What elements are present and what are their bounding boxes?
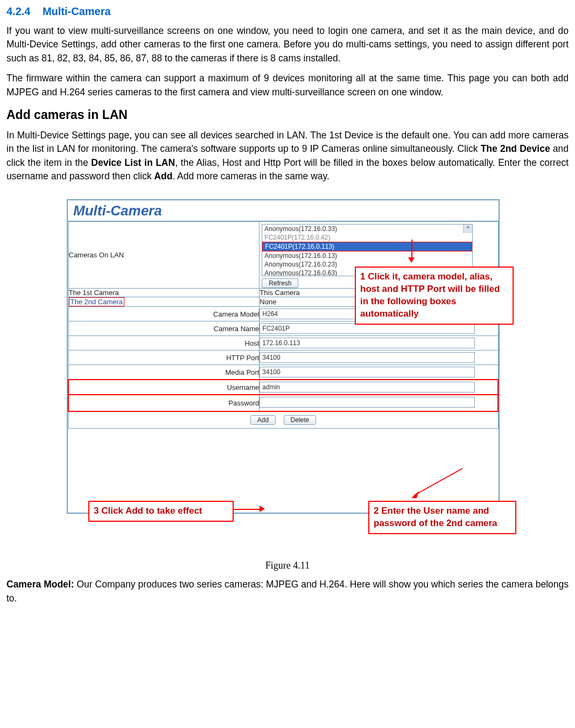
panel-title: Multi-Camera [68,200,499,221]
paragraph-3: In Multi-Device Settings page, you can s… [6,129,569,184]
row-password: Password [68,395,498,411]
arrow-line [231,509,261,510]
subheading-add-lan: Add cameras in LAN [6,108,569,122]
callout-1: 1 Click it, camera model, alias, host an… [355,267,514,325]
media-port-input[interactable]: 34100 [260,367,475,377]
paragraph-4: Camera Model: Our Company produces two s… [6,578,569,605]
label-host: Host [68,336,260,351]
p3-bold-2: Device List in LAN [91,157,175,168]
refresh-button[interactable]: Refresh [262,278,298,288]
row-media-port: Media Port 34100 [68,365,498,380]
label-2nd-camera[interactable]: The 2nd Camera [68,297,260,307]
camera-model-text: Our Company produces two series cameras:… [6,579,569,603]
arrow-diagonal-icon [411,468,465,501]
label-cameras-on-lan: Cameras On LAN [68,222,260,289]
2nd-camera-link[interactable]: The 2nd Camera [69,297,125,306]
delete-button[interactable]: Delete [284,415,317,425]
host-input[interactable]: 172.16.0.113 [260,338,475,348]
label-username: Username [68,380,260,395]
settings-table: Cameras On LAN Anonymous(172.16.0.33) FC… [68,221,499,429]
camera-name-input[interactable]: FC2401P [260,323,475,334]
figure-caption: Figure 4.11 [6,560,569,571]
arrow-line [411,240,412,258]
callout-3: 3 Click Add to take effect [88,501,234,522]
list-item[interactable]: Anonymous(172.16.0.33) [262,225,472,233]
http-port-input[interactable]: 34100 [260,352,475,363]
paragraph-1: If you want to view multi-surveillance s… [6,24,569,65]
arrow-down-icon [408,257,415,263]
paragraph-2: The firmware within the camera can suppo… [6,72,569,99]
section-title: Multi-Camera [43,5,111,17]
label-media-port: Media Port [68,365,260,380]
section-number: 4.2.4 [6,5,30,17]
label-camera-name: Camera Name [68,321,260,336]
label-password: Password [68,395,260,411]
p3-text-g: . Add more cameras in the same way. [172,171,329,181]
row-host: Host 172.16.0.113 [68,336,498,351]
camera-model-label: Camera Model: [6,579,74,590]
password-input[interactable] [260,397,475,408]
callout-2: 2 Enter the User name and password of th… [368,501,516,534]
section-heading: 4.2.4 Multi-Camera [6,5,569,18]
svg-marker-1 [411,491,419,498]
add-button[interactable]: Add [250,415,276,425]
label-http-port: HTTP Port [68,351,260,365]
list-item[interactable]: Anonymous(172.16.0.13) [262,251,472,260]
row-username: Username admin [68,380,498,395]
svg-line-0 [414,468,462,495]
username-input[interactable]: admin [260,382,475,393]
scroll-up-icon[interactable]: ^ [463,225,472,233]
list-item-selected[interactable]: FC2401P(172.16.0.113) [262,242,472,251]
label-camera-model: Camera Model [68,307,260,321]
multi-camera-panel: Multi-Camera Cameras On LAN Anonymous(17… [67,199,500,514]
label-1st-camera: The 1st Camera [68,289,260,297]
arrow-left-icon [260,506,265,512]
list-item[interactable]: FC2401P(172.16.0.42) [262,233,472,242]
figure-container: Multi-Camera Cameras On LAN Anonymous(17… [67,199,508,538]
row-actions: Add Delete [68,411,498,429]
p3-bold-1: The 2nd Device [481,143,550,154]
p3-bold-3: Add [154,171,172,181]
row-http-port: HTTP Port 34100 [68,351,498,365]
